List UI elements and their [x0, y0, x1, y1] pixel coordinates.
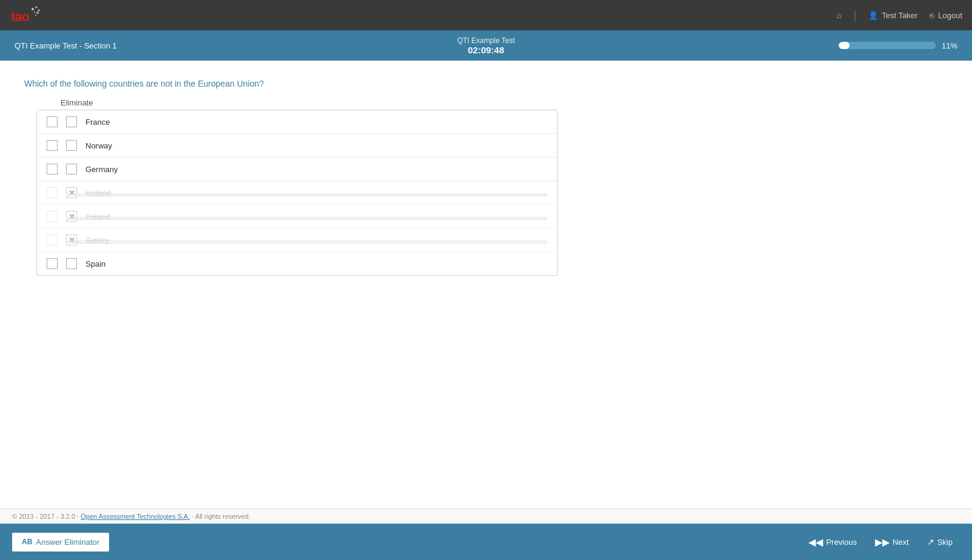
progress-fill	[839, 42, 850, 49]
eliminate-checkbox-poland[interactable]: ✕	[66, 211, 77, 222]
progress-bar-area: QTI Example Test - Section 1 QTI Example…	[0, 30, 972, 61]
x-icon-turkey: ✕	[68, 236, 75, 244]
home-icon: ⌂	[837, 11, 842, 20]
answer-list: France Norway Germany ✕ Iceland	[36, 110, 558, 276]
nav-divider: |	[854, 9, 857, 22]
progress-percent: 11%	[942, 41, 957, 50]
answer-label-germany: Germany	[85, 165, 118, 174]
center-info: QTI Example Test 02:09:48	[329, 36, 644, 55]
svg-point-3	[38, 10, 40, 12]
select-checkbox-spain[interactable]	[47, 258, 58, 269]
answer-label-turkey: Turkey	[85, 236, 109, 245]
answer-label-france: France	[85, 118, 110, 127]
svg-point-2	[36, 7, 38, 8]
select-checkbox-poland[interactable]	[47, 211, 58, 222]
eliminate-checkbox-iceland[interactable]: ✕	[66, 187, 77, 198]
strike-turkey	[67, 240, 547, 244]
main-content: Which of the following countries are not…	[0, 61, 972, 473]
answer-row-france: France	[37, 110, 557, 134]
answer-row-spain: Spain	[37, 252, 557, 275]
test-name: QTI Example Test	[329, 36, 644, 45]
answer-row-germany: Germany	[37, 158, 557, 181]
eliminate-checkbox-norway[interactable]	[66, 140, 77, 151]
svg-point-4	[34, 12, 35, 13]
select-checkbox-france[interactable]	[47, 116, 58, 127]
answer-row-turkey: ✕ Turkey	[37, 228, 557, 252]
nav-right-area: ⌂ | 👤 Test Taker ⎋ Logout	[837, 9, 962, 22]
x-icon-poland: ✕	[68, 213, 75, 221]
select-checkbox-turkey[interactable]	[47, 235, 58, 245]
svg-point-5	[36, 12, 39, 14]
svg-point-1	[32, 8, 34, 10]
logo: tao	[10, 4, 41, 26]
strike-poland	[67, 216, 547, 221]
answer-label-iceland: Iceland	[85, 188, 111, 198]
user-label: Test Taker	[882, 11, 917, 20]
timer-display: 02:09:48	[329, 45, 644, 55]
progress-track	[839, 42, 936, 49]
answer-row-norway: Norway	[37, 134, 557, 158]
logout-label: Logout	[938, 11, 962, 20]
eliminate-label: Eliminate	[61, 98, 948, 107]
x-icon-iceland: ✕	[68, 189, 75, 197]
section-label: QTI Example Test - Section 1	[15, 41, 329, 50]
strike-iceland	[67, 193, 547, 197]
eliminate-checkbox-germany[interactable]	[66, 164, 77, 175]
select-checkbox-iceland[interactable]	[47, 187, 58, 198]
answer-row-poland: ✕ Poland	[37, 205, 557, 228]
eliminate-checkbox-spain[interactable]	[66, 258, 77, 269]
top-navigation: tao ⌂ | 👤 Test Taker ⎋ Logout	[0, 0, 972, 30]
answer-label-spain: Spain	[85, 259, 105, 268]
select-checkbox-germany[interactable]	[47, 164, 58, 175]
select-checkbox-norway[interactable]	[47, 140, 58, 151]
eliminate-checkbox-france[interactable]	[66, 116, 77, 127]
logout-button[interactable]: ⎋ Logout	[930, 11, 962, 20]
svg-text:tao: tao	[11, 9, 30, 24]
home-button[interactable]: ⌂	[837, 11, 842, 20]
svg-point-6	[35, 15, 36, 16]
user-icon: 👤	[868, 11, 878, 20]
answer-row-iceland: ✕ Iceland	[37, 181, 557, 205]
progress-right: 11%	[643, 41, 957, 50]
user-info: 👤 Test Taker	[868, 11, 917, 20]
question-text: Which of the following countries are not…	[24, 79, 948, 88]
logout-icon: ⎋	[930, 11, 934, 20]
answer-label-poland: Poland	[85, 212, 110, 221]
eliminate-checkbox-turkey[interactable]: ✕	[66, 235, 77, 245]
answer-label-norway: Norway	[85, 141, 112, 150]
